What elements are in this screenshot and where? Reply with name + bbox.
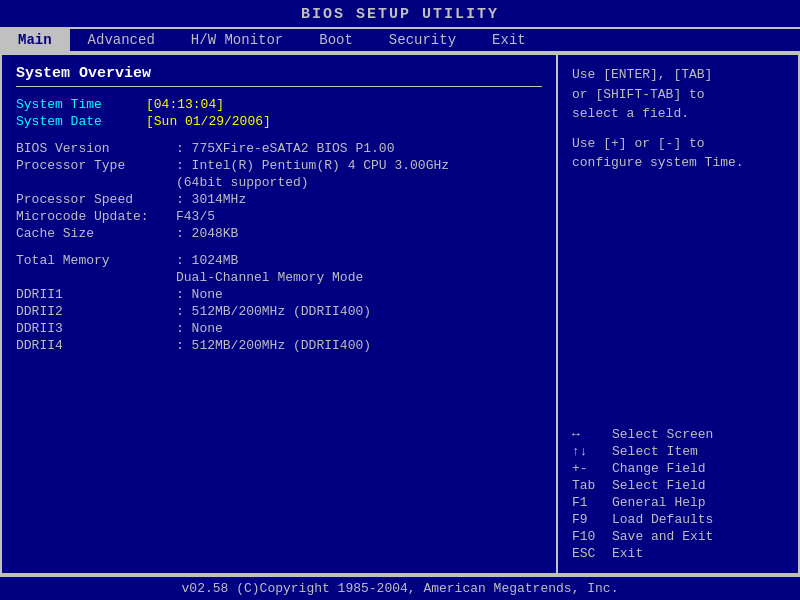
bios-screen: BIOS SETUP UTILITY Main Advanced H/W Mon… [0,0,800,600]
bios-version-label: BIOS Version [16,141,176,156]
ddrii3-label: DDRII3 [16,321,176,336]
ddrii1-value: : None [176,287,223,302]
shortcut-key-arrows: ↔ [572,427,612,442]
total-memory-value: : 1024MB [176,253,238,268]
microcode-row: Microcode Update: F43/5 [16,209,542,224]
ddrii4-value: : 512MB/200MHz (DDRII400) [176,338,371,353]
shortcut-f9: F9 Load Defaults [572,512,784,527]
cache-size-row: Cache Size : 2048KB [16,226,542,241]
microcode-value: F43/5 [176,209,215,224]
ddrii2-value: : 512MB/200MHz (DDRII400) [176,304,371,319]
shortcut-desc-field: Select Field [612,478,706,493]
processor-type-label: Processor Type [16,158,176,173]
shortcut-f1: F1 General Help [572,495,784,510]
shortcuts-container: ↔ Select Screen ↑↓ Select Item +- Change… [572,427,784,563]
shortcut-key-updown: ↑↓ [572,444,612,459]
ddrii2-row: DDRII2 : 512MB/200MHz (DDRII400) [16,304,542,319]
shortcut-desc-f1: General Help [612,495,706,510]
ddrii3-row: DDRII3 : None [16,321,542,336]
nav-bar: Main Advanced H/W Monitor Boot Security … [0,27,800,53]
help-line-3: select a field. [572,104,784,124]
left-panel: System Overview System Time [04:13:04] S… [2,55,558,573]
main-content: System Overview System Time [04:13:04] S… [0,53,800,575]
nav-boot[interactable]: Boot [301,29,371,51]
system-time-row: System Time [04:13:04] [16,97,542,112]
help-line-5: Use [+] or [-] to [572,134,784,154]
shortcut-key-f9: F9 [572,512,612,527]
footer: v02.58 (C)Copyright 1985-2004, American … [0,575,800,600]
shortcut-desc-item: Select Item [612,444,698,459]
help-text: Use [ENTER], [TAB] or [SHIFT-TAB] to sel… [572,65,784,173]
shortcut-select-screen: ↔ Select Screen [572,427,784,442]
shortcut-select-item: ↑↓ Select Item [572,444,784,459]
shortcut-key-tab: Tab [572,478,612,493]
system-date-row: System Date [Sun 01/29/2006] [16,114,542,129]
shortcut-desc-esc: Exit [612,546,643,561]
nav-exit[interactable]: Exit [474,29,544,51]
ddrii1-row: DDRII1 : None [16,287,542,302]
help-line-2: or [SHIFT-TAB] to [572,85,784,105]
processor-speed-value: : 3014MHz [176,192,246,207]
bios-version-row: BIOS Version : 775XFire-eSATA2 BIOS P1.0… [16,141,542,156]
bios-title: BIOS SETUP UTILITY [0,0,800,27]
system-time-label: System Time [16,97,146,112]
ddrii2-label: DDRII2 [16,304,176,319]
shortcut-key-f1: F1 [572,495,612,510]
section-title: System Overview [16,65,542,87]
processor-speed-label: Processor Speed [16,192,176,207]
system-time-value[interactable]: [04:13:04] [146,97,224,112]
bios-version-value: : 775XFire-eSATA2 BIOS P1.00 [176,141,394,156]
ddrii4-label: DDRII4 [16,338,176,353]
shortcut-tab-field: Tab Select Field [572,478,784,493]
nav-security[interactable]: Security [371,29,474,51]
right-panel: Use [ENTER], [TAB] or [SHIFT-TAB] to sel… [558,55,798,573]
system-date-label: System Date [16,114,146,129]
nav-hwmonitor[interactable]: H/W Monitor [173,29,301,51]
shortcut-f10: F10 Save and Exit [572,529,784,544]
ddrii4-row: DDRII4 : 512MB/200MHz (DDRII400) [16,338,542,353]
help-line-6: configure system Time. [572,153,784,173]
system-date-value[interactable]: [Sun 01/29/2006] [146,114,271,129]
cache-size-label: Cache Size [16,226,176,241]
shortcut-desc-screen: Select Screen [612,427,713,442]
total-memory-row: Total Memory : 1024MB [16,253,542,268]
cache-size-value: : 2048KB [176,226,238,241]
processor-type-cont: (64bit supported) [16,175,542,190]
shortcut-desc-f9: Load Defaults [612,512,713,527]
processor-type-row: Processor Type : Intel(R) Pentium(R) 4 C… [16,158,542,173]
processor-speed-row: Processor Speed : 3014MHz [16,192,542,207]
shortcut-key-plusminus: +- [572,461,612,476]
shortcut-desc-change: Change Field [612,461,706,476]
help-line-1: Use [ENTER], [TAB] [572,65,784,85]
ddrii1-label: DDRII1 [16,287,176,302]
shortcut-change-field: +- Change Field [572,461,784,476]
microcode-label: Microcode Update: [16,209,176,224]
shortcut-esc: ESC Exit [572,546,784,561]
ddrii3-value: : None [176,321,223,336]
memory-mode: Dual-Channel Memory Mode [16,270,542,285]
total-memory-label: Total Memory [16,253,176,268]
nav-advanced[interactable]: Advanced [70,29,173,51]
shortcut-key-f10: F10 [572,529,612,544]
help-spacer [572,124,784,134]
shortcut-desc-f10: Save and Exit [612,529,713,544]
nav-main[interactable]: Main [0,29,70,51]
shortcut-key-esc: ESC [572,546,612,561]
processor-type-value: : Intel(R) Pentium(R) 4 CPU 3.00GHz [176,158,449,173]
